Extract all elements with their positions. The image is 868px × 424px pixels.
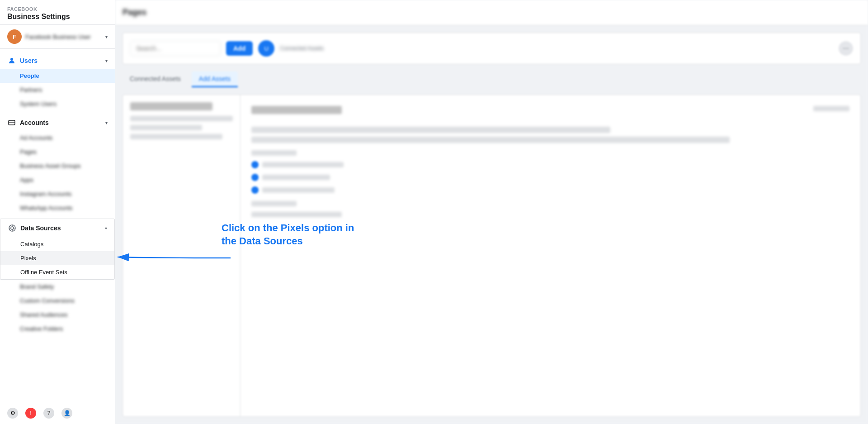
sidebar-title: Business Settings [7,13,108,21]
sidebar-item-catalogs[interactable]: Catalogs [0,237,114,251]
row-icon-2 [251,174,259,181]
card-left-text-1 [130,116,233,121]
sidebar-item-instagram-accounts[interactable]: Instagram Accounts [0,187,115,201]
card-right-action [813,106,849,111]
tab-bar: Connected Assets Add Assets [123,70,861,89]
sidebar-item-shared-audiences[interactable]: Shared Audiences [0,308,115,322]
data-sources-items: Catalogs Pixels Offline Event Sets [0,237,114,279]
svg-point-0 [10,58,13,61]
row-text-1 [262,162,344,167]
card-right-desc-1 [251,127,610,133]
sidebar-item-pages[interactable]: Pages [0,145,115,159]
settings-icon[interactable]: ⚙ [7,408,18,419]
row-text-3 [262,187,335,193]
section-2-label [251,201,297,206]
nav-section-data-sources: Data Sources ▾ Catalogs Pixels Offline E… [0,219,115,280]
page-title: Pages [123,8,146,17]
data-sources-toggle-icon: ▾ [105,226,107,231]
user-name: Facebook Business User [25,33,102,40]
search-input[interactable] [130,41,221,56]
avatar: F [7,29,22,44]
table-row [251,161,849,168]
tab-connected-assets[interactable]: Connected Assets [123,71,188,87]
sidebar-item-offline-event-sets[interactable]: Offline Event Sets [0,265,114,279]
chevron-down-icon: ▾ [105,34,108,39]
sidebar-item-creative-folders[interactable]: Creative Folders [0,322,115,336]
sidebar-item-custom-conversions[interactable]: Custom Conversions [0,294,115,308]
sidebar-brand: FACEBOOK [7,6,108,12]
accounts-nav-items: Ad Accounts Pages Business Asset Groups … [0,131,115,217]
data-sources-icon [8,224,17,233]
users-toggle-icon: ▾ [105,58,108,63]
sidebar-item-business-asset-groups[interactable]: Business Asset Groups [0,159,115,173]
card-left-title [130,102,212,110]
users-nav-items: People Partners System Users [0,69,115,113]
add-button[interactable]: Add [226,41,253,56]
content-header: Add U Connected Assets ··· [123,33,861,64]
help-icon[interactable]: ? [43,408,54,419]
table-row [251,174,849,181]
data-sources-header[interactable]: Data Sources ▾ [0,219,114,237]
sidebar-item-partners[interactable]: Partners [0,83,115,97]
tab-add-assets[interactable]: Add Assets [192,71,238,87]
nav-section-users: Users ▾ People Partners System Users [0,52,115,113]
card-right-header [251,106,849,119]
section-label-text [251,150,297,156]
sidebar-item-apps[interactable]: Apps [0,173,115,187]
sidebar-user[interactable]: F Facebook Business User ▾ [0,25,115,49]
sidebar-item-ad-accounts[interactable]: Ad Accounts [0,131,115,145]
card-left-text-3 [130,134,222,139]
nav-section-users-header[interactable]: Users ▾ [0,52,115,69]
data-sources-label: Data Sources [20,224,101,232]
accounts-label: Accounts [20,119,102,126]
svg-point-4 [11,227,14,229]
sidebar-item-pixels[interactable]: Pixels [0,251,114,265]
sidebar-nav: Users ▾ People Partners System Users Acc… [0,49,115,402]
accounts-toggle-icon: ▾ [105,120,108,125]
more-nav-items: Brand Safety Custom Conversions Shared A… [0,280,115,338]
alert-icon[interactable]: ! [25,408,36,419]
card-right-title [251,106,342,114]
sidebar-item-system-users[interactable]: System Users [0,97,115,111]
sidebar-item-brand-safety[interactable]: Brand Safety [0,280,115,294]
person-icon [7,56,16,65]
sidebar-item-whatsapp-accounts[interactable]: WhatsApp Accounts [0,201,115,215]
sidebar-header: FACEBOOK Business Settings [0,0,115,25]
content-area: Add U Connected Assets ··· Connected Ass… [115,25,868,424]
card-left-text-2 [130,125,202,130]
row-text-2 [262,175,330,180]
table-row [251,212,849,217]
svg-rect-1 [9,120,15,125]
main-content: Pages Add U Connected Assets ··· Connect… [115,0,868,424]
sidebar: FACEBOOK Business Settings F Facebook Bu… [0,0,115,424]
card-left-panel [123,95,241,416]
users-label: Users [20,57,102,64]
accounts-icon [7,118,16,127]
more-options-button[interactable]: ··· [839,41,853,56]
user-icon[interactable]: 👤 [61,408,72,419]
card-right-panel [241,95,860,416]
card-right-rows [251,161,849,217]
row-icon-1 [251,161,259,168]
row-icon-3 [251,186,259,194]
card-right-desc-2 [251,137,730,143]
main-card [123,95,861,417]
user-avatar: U [258,40,274,57]
top-bar: Pages [115,0,868,25]
connected-assets-label: Connected Assets [280,45,324,52]
card-right-section-2 [251,201,849,206]
sidebar-item-people[interactable]: People [0,69,115,83]
row-text-4 [251,212,342,217]
sidebar-bottom: ⚙ ! ? 👤 [0,402,115,424]
nav-section-accounts: Accounts ▾ Ad Accounts Pages Business As… [0,114,115,217]
card-right-section-label [251,150,849,156]
table-row [251,186,849,194]
nav-section-accounts-header[interactable]: Accounts ▾ [0,114,115,131]
